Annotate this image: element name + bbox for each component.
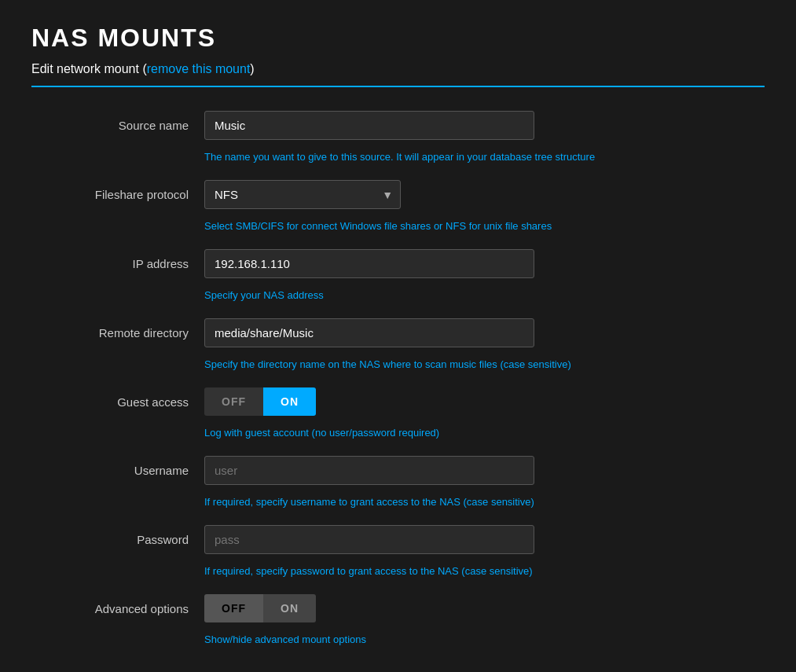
fileshare-protocol-select-wrapper: NFS SMB/CIFS ▼: [204, 180, 401, 209]
remote-directory-row: Remote directory: [31, 318, 765, 347]
source-name-label: Source name: [31, 111, 204, 132]
subtitle-suffix: ): [250, 62, 254, 76]
ip-address-input[interactable]: [204, 249, 534, 278]
fileshare-protocol-row: Fileshare protocol NFS SMB/CIFS ▼: [31, 180, 765, 209]
username-row: Username: [31, 456, 765, 485]
fileshare-protocol-field: NFS SMB/CIFS ▼: [204, 180, 534, 209]
remote-directory-hint-row: Specify the directory name on the NAS wh…: [31, 354, 765, 384]
advanced-options-row: Advanced options OFF ON: [31, 594, 765, 622]
username-label: Username: [31, 456, 204, 477]
advanced-options-field: OFF ON: [204, 594, 534, 622]
source-name-hint-row: The name you want to give to this source…: [31, 146, 765, 177]
remote-directory-label: Remote directory: [31, 318, 204, 340]
ip-address-hint: Specify your NAS address: [204, 289, 324, 301]
source-name-field: [204, 111, 534, 140]
remote-directory-field: [204, 318, 534, 347]
page-title: NAS MOUNTS: [31, 24, 765, 53]
guest-access-off-button[interactable]: OFF: [204, 387, 263, 416]
password-input[interactable]: [204, 525, 534, 554]
guest-access-toggle: OFF ON: [204, 387, 316, 416]
source-name-input[interactable]: [204, 111, 534, 140]
advanced-options-hint-row: Show/hide advanced mount options: [31, 629, 765, 659]
username-field: [204, 456, 534, 485]
source-name-hint: The name you want to give to this source…: [204, 151, 595, 163]
subtitle-row: Edit network mount ( remove this mount ): [31, 62, 765, 87]
remove-mount-link[interactable]: remove this mount: [147, 62, 251, 76]
password-row: Password: [31, 525, 765, 554]
fileshare-protocol-label: Fileshare protocol: [31, 180, 204, 201]
advanced-options-label: Advanced options: [31, 594, 204, 615]
source-name-row: Source name: [31, 111, 765, 140]
username-hint: If required, specify username to grant a…: [204, 496, 534, 508]
advanced-options-off-button[interactable]: OFF: [204, 594, 263, 622]
guest-access-field: OFF ON: [204, 387, 534, 416]
guest-access-row: Guest access OFF ON: [31, 387, 765, 416]
guest-access-label: Guest access: [31, 387, 204, 409]
advanced-options-on-button[interactable]: ON: [263, 594, 316, 622]
fileshare-protocol-hint: Select SMB/CIFS for connect Windows file…: [204, 220, 552, 232]
ip-address-hint-row: Specify your NAS address: [31, 285, 765, 315]
username-hint-row: If required, specify username to grant a…: [31, 491, 765, 522]
password-field: [204, 525, 534, 554]
fileshare-protocol-hint-row: Select SMB/CIFS for connect Windows file…: [31, 215, 765, 246]
password-label: Password: [31, 525, 204, 546]
guest-access-hint: Log with guest account (no user/password…: [204, 427, 439, 439]
guest-access-on-button[interactable]: ON: [263, 387, 316, 416]
advanced-options-hint: Show/hide advanced mount options: [204, 633, 366, 645]
ip-address-field: [204, 249, 534, 278]
ip-address-row: IP address: [31, 249, 765, 278]
guest-access-hint-row: Log with guest account (no user/password…: [31, 422, 765, 453]
remote-directory-hint: Specify the directory name on the NAS wh…: [204, 358, 571, 370]
ip-address-label: IP address: [31, 249, 204, 270]
remote-directory-input[interactable]: [204, 318, 534, 347]
password-hint-row: If required, specify password to grant a…: [31, 560, 765, 591]
subtitle-prefix: Edit network mount (: [31, 62, 147, 76]
password-hint: If required, specify password to grant a…: [204, 565, 533, 577]
fileshare-protocol-select[interactable]: NFS SMB/CIFS: [204, 180, 401, 209]
username-input[interactable]: [204, 456, 534, 485]
advanced-options-toggle: OFF ON: [204, 594, 316, 622]
